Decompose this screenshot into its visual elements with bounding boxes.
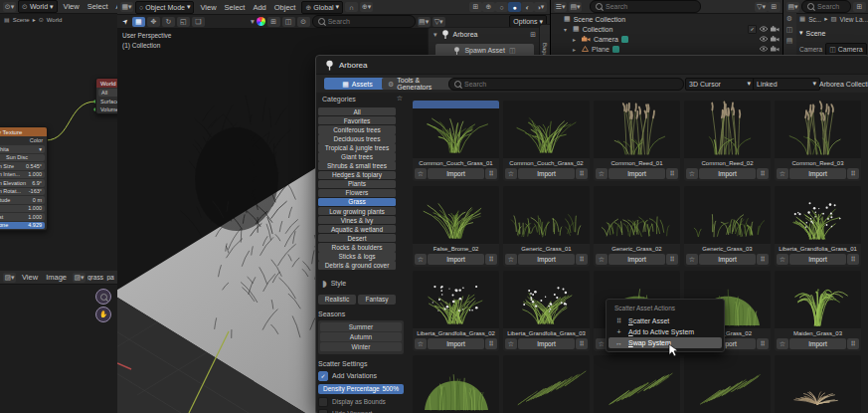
orientation-dropdown[interactable]: ⊕Global▾ [301, 1, 343, 14]
image-datablock-icon[interactable]: ▨▾ [73, 273, 86, 283]
volume-input-socket[interactable]: Volume [96, 105, 118, 113]
hide-viewport-icon[interactable] [760, 26, 768, 33]
transform-tool[interactable]: ❏ [192, 17, 205, 27]
asset-card[interactable]: Generic_Grass_01☆Import⠿ [503, 186, 590, 267]
rotate-tool[interactable]: ↻ [162, 17, 175, 27]
disable-render-icon[interactable] [771, 26, 780, 33]
sky-field-sun-elevation[interactable]: Sun Elevation6.9° [0, 179, 45, 187]
viewport-menu-item[interactable]: View [196, 3, 220, 12]
scatter-button[interactable]: ⠿ [757, 254, 769, 265]
panel-grid-icon[interactable]: ⊞ [530, 31, 536, 38]
tab-output-icon[interactable]: ▤ [783, 35, 795, 46]
hide-viewport-icon[interactable] [760, 46, 768, 53]
cursor-tool-icon[interactable]: ➤ [119, 16, 131, 28]
outliner-row-collection[interactable]: ▾▦Collection✓ [551, 24, 783, 34]
asset-card[interactable]: ☆Import⠿ [413, 355, 499, 413]
tab-render-icon[interactable]: ◫ [783, 24, 795, 35]
favorite-button[interactable]: ☆ [777, 338, 788, 349]
asset-card[interactable]: ☆Import⠿ [594, 355, 680, 413]
scale-tool[interactable]: ◱ [177, 17, 190, 27]
import-button[interactable]: Import [518, 338, 575, 349]
import-button[interactable]: Import [518, 168, 575, 179]
filter-icon[interactable]: ▽▾ [433, 17, 445, 27]
import-button[interactable]: Import [608, 168, 665, 179]
shading-solid-icon[interactable]: ● [508, 2, 521, 12]
editor-type-icon[interactable]: ▨▾ [3, 273, 16, 283]
sky-field-dust[interactable]: Dust1.000 [0, 213, 45, 221]
favorite-button[interactable]: ☆ [777, 168, 788, 179]
favorite-button[interactable]: ☆ [686, 254, 698, 265]
shading-rendered-icon[interactable]: ◑▾ [534, 2, 547, 12]
sky-field-ozone[interactable]: Ozone4.929 [0, 222, 45, 230]
import-button[interactable]: Import [428, 338, 484, 349]
viewport-menu-item[interactable]: Add [249, 3, 269, 12]
image-name[interactable]: grass_path_3_nor.. [87, 274, 114, 281]
new-collection-icon[interactable]: ⊞ [768, 2, 781, 12]
asset-card[interactable]: Common_Reed_01☆Import⠿ [594, 101, 680, 181]
asset-card[interactable]: ☆Import⠿ [775, 355, 861, 413]
viewport-menu-item[interactable]: Select [221, 3, 250, 12]
import-button[interactable]: Import [699, 168, 756, 179]
shading-material-icon[interactable]: ◐ [521, 2, 534, 12]
favorite-button[interactable]: ☆ [415, 168, 427, 179]
scene-panel-header[interactable]: ▾Scene [799, 29, 825, 37]
shading-wireframe-icon[interactable]: ○ [495, 2, 508, 12]
favorite-button[interactable]: ☆ [596, 168, 608, 179]
context-item-swap-system[interactable]: ↔Swap System [608, 337, 722, 348]
snap-magnet-icon[interactable]: ∩ [345, 2, 358, 12]
editor-type-icon[interactable]: ⊙▾ [3, 2, 16, 12]
shader-menu-item[interactable]: View [60, 2, 84, 11]
image-menu-item[interactable]: Image [42, 273, 71, 282]
asset-card[interactable]: ☆Import⠿ [684, 355, 771, 413]
options-icon[interactable]: ⊞ [853, 2, 866, 12]
scatter-button[interactable]: ⠿ [485, 168, 497, 179]
properties-search-input[interactable] [817, 3, 845, 10]
scatter-button[interactable]: ⠿ [847, 254, 859, 265]
xray-toggle-icon[interactable]: ⊞ [469, 2, 482, 12]
favorite-button[interactable]: ☆ [415, 254, 427, 265]
expand-icon[interactable]: ▸ [573, 46, 579, 53]
paint-chevron-icon[interactable]: ▾ [251, 18, 255, 26]
scatter-button[interactable]: ⠿ [485, 254, 497, 265]
tool-search-input[interactable] [328, 18, 410, 25]
outliner-row-plane[interactable]: ▸Plane [551, 44, 783, 54]
scatter-button[interactable]: ⠿ [847, 168, 859, 179]
editor-type-icon[interactable]: ☰▾ [554, 2, 567, 12]
import-button[interactable]: Import [699, 254, 756, 265]
properties-search-field[interactable] [801, 0, 851, 13]
favorite-button[interactable]: ☆ [777, 254, 788, 265]
asset-card[interactable]: ☆Import⠿ [503, 355, 590, 413]
asset-card[interactable]: False_Brome_02☆Import⠿ [413, 186, 499, 267]
sun-disc-toggle[interactable]: Sun Disc [0, 154, 45, 162]
sky-field-altitude[interactable]: Altitude0 m [0, 196, 45, 204]
panel-collapse-icon[interactable]: ▾ [434, 31, 437, 38]
sky-texture-node[interactable]: Sky Texture Color Nishita▾ Sun Disc Sun … [0, 126, 48, 231]
favorite-button[interactable]: ☆ [415, 338, 427, 349]
import-button[interactable]: Import [608, 254, 665, 265]
world-selector[interactable]: ⊙World▾ [18, 0, 58, 13]
asset-card[interactable]: Common_Reed_02☆Import⠿ [684, 101, 771, 181]
expand-icon[interactable]: ▸ [573, 36, 579, 43]
scatter-button[interactable]: ⠿ [666, 254, 678, 265]
overlays-toggle-icon[interactable]: ⊕ [482, 2, 495, 12]
import-button[interactable]: Import [428, 254, 484, 265]
display-mode-icon[interactable]: ▤▾ [569, 2, 582, 12]
disable-render-icon[interactable] [771, 46, 780, 53]
surface-input-socket[interactable]: Surface [96, 98, 118, 105]
scatter-button[interactable]: ⠿ [485, 338, 497, 349]
color-wheel-icon[interactable] [257, 17, 265, 26]
asset-card[interactable]: Liberta_Grandfolia_Grass_02☆Import⠿ [413, 271, 499, 351]
mode-dropdown[interactable]: ○Object Mode▾ [135, 1, 194, 14]
outliner-search-field[interactable] [590, 0, 701, 13]
asset-card[interactable]: Common_Couch_Grass_02☆Import⠿ [503, 101, 590, 181]
favorite-button[interactable]: ☆ [505, 254, 517, 265]
outliner-row-scene-collection[interactable]: ▦Scene Collection [551, 14, 783, 24]
favorite-button[interactable]: ☆ [596, 254, 608, 265]
asset-card[interactable]: Maiden_Grass_03☆Import⠿ [775, 271, 861, 351]
world-node-header[interactable]: World [96, 79, 118, 88]
outliner-search-input[interactable] [606, 3, 695, 10]
scatter-button[interactable]: ⠿ [757, 168, 769, 179]
viewport-menu-item[interactable]: Object [270, 3, 300, 12]
editor-type-icon[interactable]: ▦▾ [120, 2, 133, 12]
disable-render-icon[interactable] [771, 36, 780, 43]
